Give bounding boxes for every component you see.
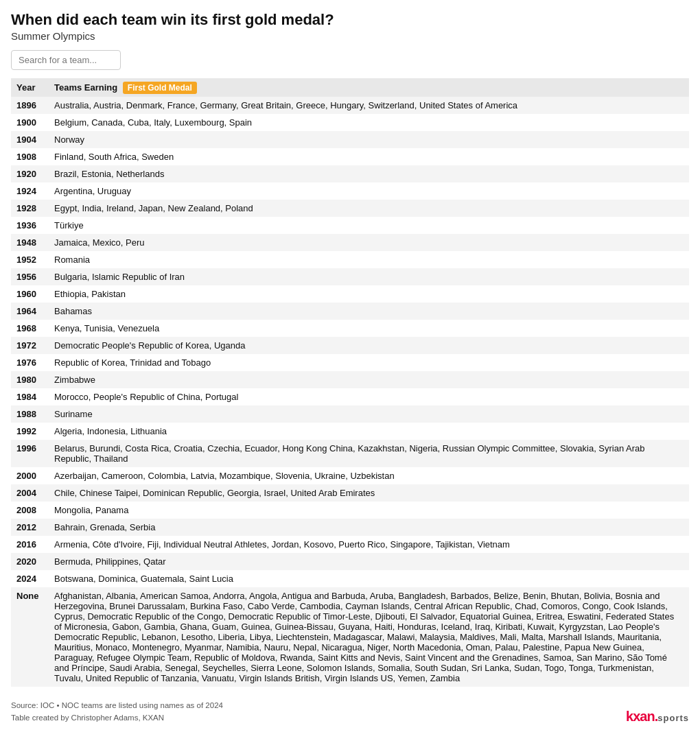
col-year: Year <box>11 78 49 97</box>
table-row: 1948Jamaica, Mexico, Peru <box>11 234 689 251</box>
year-cell: 1896 <box>11 97 49 114</box>
year-cell: 1900 <box>11 114 49 131</box>
year-cell: 1964 <box>11 303 49 320</box>
logo-text: kxan.sports <box>626 709 689 724</box>
year-cell: 1904 <box>11 131 49 148</box>
footer-left: Source: IOC • NOC teams are listed using… <box>11 699 223 724</box>
search-input[interactable] <box>11 50 121 70</box>
table-row: 1972Democratic People's Republic of Kore… <box>11 337 689 354</box>
footer-line2: Table created by Christopher Adams, KXAN <box>11 711 223 724</box>
table-row: 1988Suriname <box>11 405 689 423</box>
year-cell: 1948 <box>11 234 49 251</box>
teams-cell: Afghanistan, Albania, American Samoa, An… <box>49 587 689 687</box>
table-row: 1904Norway <box>11 131 689 148</box>
year-cell: 1976 <box>11 354 49 371</box>
table-row: 2016Armenia, Côte d'Ivoire, Fiji, Indivi… <box>11 536 689 553</box>
teams-cell: Norway <box>49 131 689 148</box>
table-row: 2004Chile, Chinese Taipei, Dominican Rep… <box>11 484 689 502</box>
teams-cell: Belarus, Burundi, Costa Rica, Croatia, C… <box>49 440 689 467</box>
table-row: 1964Bahamas <box>11 303 689 320</box>
teams-cell: Botswana, Dominica, Guatemala, Saint Luc… <box>49 570 689 587</box>
teams-cell: Chile, Chinese Taipei, Dominican Republi… <box>49 484 689 502</box>
table-row: 1968Kenya, Tunisia, Venezuela <box>11 320 689 337</box>
logo-sports: sports <box>657 713 689 723</box>
year-cell: 1992 <box>11 423 49 440</box>
year-cell: 2020 <box>11 553 49 570</box>
year-cell: 1956 <box>11 268 49 285</box>
teams-cell: Türkiye <box>49 217 689 234</box>
table-row: 1996Belarus, Burundi, Costa Rica, Croati… <box>11 440 689 467</box>
year-cell: 2024 <box>11 570 49 587</box>
col-teams-label: Teams Earning <box>54 82 117 93</box>
table-row: 1908Finland, South Africa, Sweden <box>11 148 689 165</box>
teams-cell: Zimbabwe <box>49 371 689 388</box>
year-cell: 1924 <box>11 182 49 200</box>
teams-cell: Brazil, Estonia, Netherlands <box>49 165 689 182</box>
teams-cell: Belgium, Canada, Cuba, Italy, Luxembourg… <box>49 114 689 131</box>
year-cell: 2012 <box>11 519 49 536</box>
year-cell: 1936 <box>11 217 49 234</box>
teams-cell: Bermuda, Philippines, Qatar <box>49 553 689 570</box>
year-cell: 1960 <box>11 285 49 303</box>
teams-cell: Romania <box>49 251 689 268</box>
table-row: 2024Botswana, Dominica, Guatemala, Saint… <box>11 570 689 587</box>
teams-cell: Bahrain, Grenada, Serbia <box>49 519 689 536</box>
table-row: 1956Bulgaria, Islamic Republic of Iran <box>11 268 689 285</box>
year-cell: 1928 <box>11 200 49 217</box>
footer-line1: Source: IOC • NOC teams are listed using… <box>11 699 223 711</box>
table-row: 2008Mongolia, Panama <box>11 502 689 519</box>
table-row: 1984Morocco, People's Republic of China,… <box>11 388 689 405</box>
teams-cell: Egypt, India, Ireland, Japan, New Zealan… <box>49 200 689 217</box>
table-row: 2000Azerbaijan, Cameroon, Colombia, Latv… <box>11 467 689 484</box>
year-cell: None <box>11 587 49 687</box>
logo-container: kxan.sports <box>626 709 689 724</box>
table-row: 1980Zimbabwe <box>11 371 689 388</box>
table-row: 2012Bahrain, Grenada, Serbia <box>11 519 689 536</box>
year-cell: 1996 <box>11 440 49 467</box>
teams-cell: Morocco, People's Republic of China, Por… <box>49 388 689 405</box>
table-row: 1928Egypt, India, Ireland, Japan, New Ze… <box>11 200 689 217</box>
table-row: 1920Brazil, Estonia, Netherlands <box>11 165 689 182</box>
table-header-row: Year Teams Earning First Gold Medal <box>11 78 689 97</box>
logo-kxan: kxan <box>626 709 655 724</box>
year-cell: 2016 <box>11 536 49 553</box>
main-table: Year Teams Earning First Gold Medal 1896… <box>11 78 689 687</box>
table-row: 1976Republic of Korea, Trinidad and Toba… <box>11 354 689 371</box>
table-row: 1896Australia, Austria, Denmark, France,… <box>11 97 689 114</box>
table-row: 1900Belgium, Canada, Cuba, Italy, Luxemb… <box>11 114 689 131</box>
year-cell: 1952 <box>11 251 49 268</box>
teams-cell: Mongolia, Panama <box>49 502 689 519</box>
year-cell: 2008 <box>11 502 49 519</box>
year-cell: 1920 <box>11 165 49 182</box>
teams-cell: Algeria, Indonesia, Lithuania <box>49 423 689 440</box>
table-row: 1960Ethiopia, Pakistan <box>11 285 689 303</box>
footer: Source: IOC • NOC teams are listed using… <box>11 699 689 724</box>
year-cell: 2000 <box>11 467 49 484</box>
teams-cell: Azerbaijan, Cameroon, Colombia, Latvia, … <box>49 467 689 484</box>
teams-cell: Republic of Korea, Trinidad and Tobago <box>49 354 689 371</box>
page-title: When did each team win its first gold me… <box>11 11 689 29</box>
year-cell: 1908 <box>11 148 49 165</box>
teams-cell: Suriname <box>49 405 689 423</box>
teams-cell: Argentina, Uruguay <box>49 182 689 200</box>
col-teams: Teams Earning First Gold Medal <box>49 78 689 97</box>
teams-cell: Finland, South Africa, Sweden <box>49 148 689 165</box>
year-cell: 1980 <box>11 371 49 388</box>
table-row: 1936Türkiye <box>11 217 689 234</box>
year-cell: 1988 <box>11 405 49 423</box>
teams-cell: Australia, Austria, Denmark, France, Ger… <box>49 97 689 114</box>
teams-cell: Bahamas <box>49 303 689 320</box>
page-subtitle: Summer Olympics <box>11 30 689 42</box>
table-row: 1924Argentina, Uruguay <box>11 182 689 200</box>
table-row: 1952Romania <box>11 251 689 268</box>
teams-cell: Jamaica, Mexico, Peru <box>49 234 689 251</box>
teams-cell: Kenya, Tunisia, Venezuela <box>49 320 689 337</box>
year-cell: 1968 <box>11 320 49 337</box>
table-row: 1992Algeria, Indonesia, Lithuania <box>11 423 689 440</box>
teams-cell: Ethiopia, Pakistan <box>49 285 689 303</box>
teams-cell: Armenia, Côte d'Ivoire, Fiji, Individual… <box>49 536 689 553</box>
first-gold-medal-badge: First Gold Medal <box>123 82 197 94</box>
year-cell: 2004 <box>11 484 49 502</box>
table-row: 2020Bermuda, Philippines, Qatar <box>11 553 689 570</box>
year-cell: 1984 <box>11 388 49 405</box>
